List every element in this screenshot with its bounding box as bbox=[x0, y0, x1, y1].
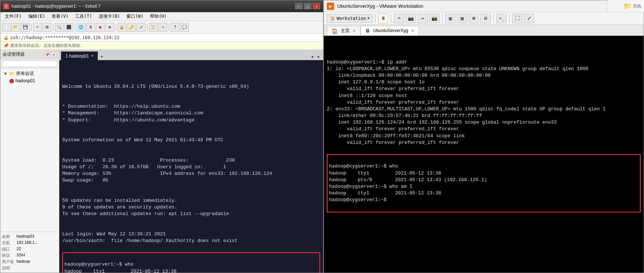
maximize-button[interactable]: □ bbox=[304, 3, 311, 9]
xshell-toolbar: 📄 📂 💾 ✂ ⧉ 🔍 ⬛ 🌐 A ● ⊕ 🔒 🔑 ⤢ 📜 → ? 💬 bbox=[0, 21, 323, 34]
new-tab-btn[interactable]: + bbox=[98, 53, 105, 60]
tree-hadoop01[interactable]: ⬤ hadoop01 bbox=[2, 77, 57, 84]
vmware-tab-ubuntu[interactable]: 🖥 UbuntuServerXyg ✕ bbox=[360, 26, 419, 35]
close-button[interactable]: ✕ bbox=[313, 3, 320, 9]
lock-btn[interactable]: 🔒 bbox=[118, 23, 126, 32]
vmware-tb-sep-1 bbox=[375, 14, 375, 23]
sidebar-pin-btn[interactable]: 📌 bbox=[44, 52, 50, 58]
workstation-label: Workstation bbox=[337, 16, 366, 21]
ubuntu-tab-close[interactable]: ✕ bbox=[411, 29, 414, 33]
xshell-tabbar: 1 hadoop01 × + ◀ ▶ bbox=[59, 50, 323, 60]
snapshot2-btn[interactable]: 📸 bbox=[429, 14, 440, 23]
home-tab-close[interactable]: ✕ bbox=[353, 29, 356, 33]
tree-arrow: ▼ bbox=[3, 71, 8, 76]
diskusage-line: Usage of /: 26.3% of 18.57GB Users logge… bbox=[62, 164, 226, 170]
terminal-tab-hadoop01[interactable]: 1 hadoop01 × bbox=[61, 51, 98, 60]
tile-btn[interactable]: ⊞ bbox=[469, 14, 479, 23]
new-file-btn[interactable]: 📄 bbox=[2, 23, 11, 32]
toolbar-sep-4 bbox=[116, 24, 116, 31]
tree-all-sessions-label: 所有会话 bbox=[16, 70, 34, 77]
globe-btn[interactable]: 🌐 bbox=[77, 23, 85, 32]
expand-btn[interactable]: ⤢ bbox=[137, 23, 146, 32]
conn-btn[interactable]: ● bbox=[96, 23, 105, 32]
sidebar-search-input[interactable] bbox=[2, 61, 57, 67]
globe2-btn[interactable]: ⊕ bbox=[105, 23, 114, 32]
tab-next-btn[interactable]: ▶ bbox=[316, 53, 322, 60]
titlebar-left: X hadoop01 - hadoop@xygserver1: ~ - Xshe… bbox=[3, 3, 101, 9]
xshell-terminal[interactable]: Welcome to Ubuntu 20.04.2 LTS (GNU/Linux… bbox=[59, 60, 323, 273]
open-btn[interactable]: 📂 bbox=[11, 23, 20, 32]
prop-port-label: 端口 bbox=[2, 246, 17, 252]
format-btn[interactable]: A bbox=[86, 23, 95, 32]
taskbar-label: 其他 bbox=[633, 3, 641, 9]
folder-icon: 📁 bbox=[9, 71, 15, 76]
vmware-title: UbuntuServerXyg - VMware Workstation bbox=[337, 3, 423, 9]
prop-desc-label: 说明 bbox=[2, 265, 17, 271]
tab-close-btn[interactable]: × bbox=[91, 54, 93, 58]
vmware-tb-sep-2 bbox=[391, 14, 391, 23]
ubuntu-tab-label: UbuntuServerXyg bbox=[373, 28, 408, 33]
prop-name: 名称 hadoop01 bbox=[2, 234, 57, 240]
vmware-tb-sep-3 bbox=[442, 14, 442, 23]
script-btn[interactable]: 📜 bbox=[149, 23, 158, 32]
menu-tab[interactable]: 选项卡(B) bbox=[96, 13, 123, 20]
revert-btn[interactable]: ↩ bbox=[417, 14, 428, 23]
toolbar-sep-1 bbox=[31, 24, 32, 31]
menu-help[interactable]: 帮助(H) bbox=[147, 13, 170, 20]
console-btn[interactable]: >_ bbox=[496, 14, 507, 23]
zoom-btn[interactable]: 🔍 bbox=[55, 23, 64, 32]
menu-view[interactable]: 查看(V) bbox=[49, 13, 71, 20]
tree-all-sessions[interactable]: ▼ 📁 所有会话 bbox=[2, 70, 57, 77]
prop-host-value: 192.168.1... bbox=[17, 240, 38, 246]
sidebar-close-btn[interactable]: ✕ bbox=[51, 52, 57, 58]
sec-updates-line: 0 of these updates are security updates. bbox=[62, 204, 177, 210]
tab-prev-btn[interactable]: ◀ bbox=[309, 53, 315, 60]
vmware-window: ▶ UbuntuServerXyg - VMware Workstation ─… bbox=[323, 0, 644, 273]
sidebar-title: 会话管理器 bbox=[3, 51, 25, 58]
prop-port-value: 22 bbox=[17, 246, 21, 252]
arrow-btn[interactable]: → bbox=[158, 23, 167, 32]
bubble-btn[interactable]: 💬 bbox=[180, 23, 189, 32]
pause-btn[interactable]: ⏸ bbox=[378, 14, 388, 23]
question-btn[interactable]: ? bbox=[171, 23, 179, 32]
xshell-menubar: 文件(F) 编辑(E) 查看(V) 工具(T) 选项卡(B) 窗口(W) 帮助(… bbox=[0, 12, 323, 21]
vmware-highlight-box: hadoop@xygserver1:~$ who hadoop tty1 202… bbox=[327, 154, 641, 212]
sysinfo-line: System information as of Wed 12 May 2021… bbox=[62, 137, 223, 143]
terminal-btn[interactable]: ⬛ bbox=[64, 23, 73, 32]
send-ctrlaltdel-btn[interactable]: ⌨ bbox=[394, 14, 404, 23]
menu-tools[interactable]: 工具(T) bbox=[72, 13, 95, 20]
supp-line: * Support: https://ubuntu.com/advantage bbox=[62, 117, 195, 123]
copy-btn[interactable]: ⧉ bbox=[43, 23, 52, 32]
warn-icon: 📌 bbox=[3, 43, 9, 48]
cut-btn[interactable]: ✂ bbox=[33, 23, 42, 32]
workstation-dropdown[interactable]: 🖥 Workstation ▼ bbox=[327, 14, 372, 23]
xshell-highlight-box: hadoop@xygserver1:~$ who hadoop tty1 202… bbox=[62, 252, 320, 273]
mgmt-line: * Management: https://landscape.canonica… bbox=[62, 110, 203, 116]
menu-window[interactable]: 窗口(W) bbox=[123, 13, 146, 20]
vmware-terminal[interactable]: hadoop@xygserver1:~$ ip addr 1: lo: <LOO… bbox=[324, 36, 644, 273]
fullscreen-btn[interactable]: ⛶ bbox=[512, 14, 522, 23]
save-btn[interactable]: 💾 bbox=[21, 23, 30, 32]
updates-line: 59 updates can be installed immediately. bbox=[62, 198, 177, 203]
xauth-line: /usr/bin/xauth: file /home/hadoop/.Xauth… bbox=[62, 238, 238, 243]
menu-edit[interactable]: 编辑(E) bbox=[25, 13, 48, 20]
sysload-line: System load: 0.23 Processes: 230 bbox=[62, 158, 235, 163]
ubuntu-tab-icon: 🖥 bbox=[365, 28, 370, 34]
minimize-button[interactable]: ─ bbox=[295, 3, 302, 9]
key-btn[interactable]: 🔑 bbox=[127, 23, 136, 32]
menu-file[interactable]: 文件(F) bbox=[2, 13, 25, 20]
toolbar-sep-3 bbox=[75, 24, 75, 31]
warn-bar: 📌 要添加当前会话, 点击左侧的箭头按钮. bbox=[0, 42, 323, 50]
prop-port: 端口 22 bbox=[2, 246, 57, 252]
fullscreen2-btn[interactable]: ⤢ bbox=[524, 14, 534, 23]
vmware-hl-cmd1: hadoop@xygserver1:~$ who bbox=[329, 163, 398, 169]
tree-hadoop01-label: hadoop01 bbox=[15, 78, 35, 83]
split-h-btn[interactable]: ▥ bbox=[445, 14, 455, 23]
vmware-ws-icon: 🖥 bbox=[330, 15, 335, 21]
snapshot-btn[interactable]: 📷 bbox=[406, 14, 416, 23]
grid-btn[interactable]: ⊟ bbox=[480, 14, 491, 23]
taskbar-folder-icon[interactable]: 📁 bbox=[623, 2, 631, 10]
split-v-btn[interactable]: ▤ bbox=[457, 14, 467, 23]
vmware-tab-home[interactable]: 🏠 主页 ✕ bbox=[327, 26, 360, 35]
prop-user-label: 用户名 bbox=[2, 259, 17, 265]
